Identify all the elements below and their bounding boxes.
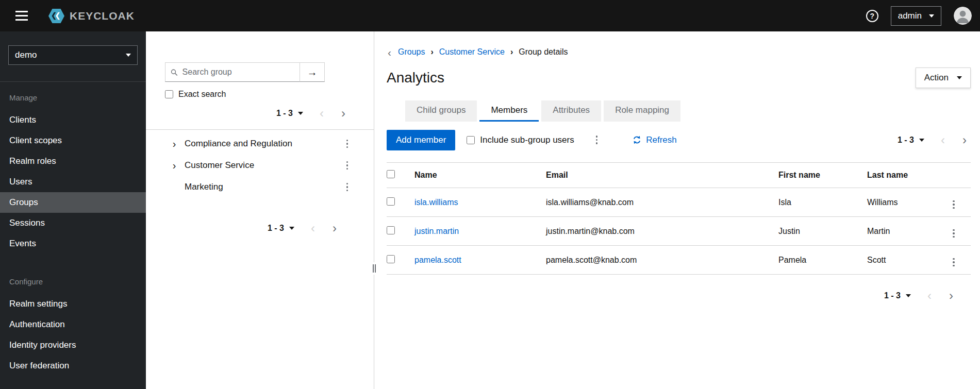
action-label: Action bbox=[924, 73, 949, 83]
hamburger-icon[interactable] bbox=[13, 9, 30, 23]
member-email: justin.martin@knab.com bbox=[546, 217, 778, 246]
sidebar-item-user-federation[interactable]: User federation bbox=[0, 356, 146, 376]
pagination-range: 1 - 3 bbox=[276, 109, 293, 118]
add-member-button[interactable]: Add member bbox=[387, 130, 455, 150]
kebab-icon[interactable] bbox=[950, 228, 958, 239]
collapse-panel-icon[interactable]: ‹ bbox=[387, 47, 392, 58]
group-name[interactable]: Marketing bbox=[185, 182, 223, 192]
group-name[interactable]: Customer Service bbox=[185, 160, 254, 171]
tree-item-marketing[interactable]: Marketing bbox=[146, 176, 374, 198]
row-checkbox[interactable] bbox=[387, 255, 395, 263]
keycloak-logo-icon bbox=[48, 9, 64, 23]
breadcrumb-groups[interactable]: Groups bbox=[398, 47, 425, 57]
include-subgroups-checkbox[interactable] bbox=[467, 136, 475, 144]
realm-selector[interactable]: demo bbox=[8, 45, 138, 65]
members-pagination-bottom: 1 - 3 ‹ › bbox=[387, 290, 953, 301]
member-first-name: Pamela bbox=[778, 246, 867, 275]
tab-attributes[interactable]: Attributes bbox=[541, 100, 601, 122]
sidebar-item-realm-roles[interactable]: Realm roles bbox=[0, 151, 146, 172]
sidebar-item-realm-settings[interactable]: Realm settings bbox=[0, 294, 146, 314]
member-first-name: Justin bbox=[778, 217, 867, 246]
group-search bbox=[165, 62, 300, 82]
tab-members[interactable]: Members bbox=[479, 100, 539, 122]
user-menu-button[interactable]: admin bbox=[891, 6, 941, 26]
tree-item-customer-service[interactable]: › Customer Service bbox=[146, 155, 374, 176]
page-title: Analytics bbox=[387, 70, 444, 86]
kebab-icon[interactable] bbox=[343, 139, 352, 149]
sidebar-item-sessions[interactable]: Sessions bbox=[0, 213, 146, 233]
nav-section-manage: Manage bbox=[0, 82, 146, 110]
chevron-right-icon[interactable]: › bbox=[333, 222, 337, 234]
members-toolbar: Add member Include sub-group users Refre… bbox=[387, 129, 971, 151]
include-subgroups-option: Include sub-group users bbox=[467, 135, 574, 145]
caret-down-icon[interactable] bbox=[298, 112, 303, 115]
exact-search-option: Exact search bbox=[165, 89, 355, 99]
tree-pagination-top: 1 - 3 ‹ › bbox=[146, 108, 345, 119]
sidebar-item-events[interactable]: Events bbox=[0, 233, 146, 254]
sidebar-item-authentication[interactable]: Authentication bbox=[0, 314, 146, 335]
groups-tree: › Compliance and Regulation › Customer S… bbox=[146, 133, 374, 198]
chevron-right-icon: › bbox=[430, 48, 433, 56]
caret-down-icon bbox=[126, 54, 131, 57]
column-header-name[interactable]: Name bbox=[414, 163, 546, 188]
breadcrumb-current: Group details bbox=[519, 47, 568, 57]
row-checkbox[interactable] bbox=[387, 226, 395, 234]
groups-tree-panel: → Exact search 1 - 3 ‹ › › Compliance an… bbox=[146, 31, 374, 389]
column-header-email[interactable]: Email bbox=[546, 163, 778, 188]
chevron-left-icon: ‹ bbox=[311, 222, 315, 234]
user-name: admin bbox=[898, 11, 922, 21]
member-email: pamela.scott@knab.com bbox=[546, 246, 778, 275]
sidebar-item-groups[interactable]: Groups bbox=[0, 192, 146, 213]
chevron-right-icon[interactable]: › bbox=[962, 134, 967, 146]
member-username-link[interactable]: isla.williams bbox=[414, 198, 458, 207]
tree-item-compliance-and-regulation[interactable]: › Compliance and Regulation bbox=[146, 133, 374, 155]
pagination-range: 1 - 3 bbox=[898, 136, 914, 145]
masthead: KEYCLOAK ? admin bbox=[0, 0, 980, 31]
angle-right-icon[interactable]: › bbox=[171, 139, 178, 149]
help-icon[interactable]: ? bbox=[866, 10, 878, 22]
sidebar-item-client-scopes[interactable]: Client scopes bbox=[0, 130, 146, 151]
kebab-icon[interactable] bbox=[950, 257, 958, 268]
search-submit-button[interactable]: → bbox=[300, 62, 325, 82]
chevron-left-icon: ‹ bbox=[320, 107, 324, 120]
caret-down-icon[interactable] bbox=[906, 294, 911, 297]
column-header-first-name[interactable]: First name bbox=[778, 163, 867, 188]
tree-divider bbox=[146, 129, 374, 130]
realm-name: demo bbox=[15, 50, 37, 60]
search-group-input[interactable] bbox=[182, 67, 294, 77]
drag-handle-icon[interactable] bbox=[371, 262, 377, 275]
avatar-icon[interactable] bbox=[954, 7, 972, 25]
column-header-last-name[interactable]: Last name bbox=[867, 163, 943, 188]
tab-child-groups[interactable]: Child groups bbox=[405, 100, 477, 122]
row-checkbox[interactable] bbox=[387, 197, 395, 206]
chevron-left-icon: ‹ bbox=[927, 290, 932, 302]
kebab-icon[interactable] bbox=[593, 134, 601, 145]
angle-right-icon[interactable]: › bbox=[171, 160, 178, 171]
action-dropdown-button[interactable]: Action bbox=[916, 67, 971, 88]
group-name[interactable]: Compliance and Regulation bbox=[185, 139, 292, 149]
exact-search-checkbox[interactable] bbox=[165, 90, 173, 98]
chevron-right-icon[interactable]: › bbox=[949, 290, 953, 302]
caret-down-icon[interactable] bbox=[919, 139, 924, 142]
refresh-button[interactable]: Refresh bbox=[633, 135, 677, 145]
avatar-image bbox=[954, 7, 972, 25]
caret-down-icon bbox=[929, 14, 934, 18]
tab-role-mapping[interactable]: Role mapping bbox=[604, 100, 680, 122]
chevron-right-icon[interactable]: › bbox=[341, 107, 345, 120]
caret-down-icon[interactable] bbox=[289, 227, 294, 230]
member-username-link[interactable]: pamela.scott bbox=[414, 256, 461, 264]
column-header-actions bbox=[943, 163, 971, 188]
kebab-icon[interactable] bbox=[343, 160, 352, 171]
sidebar-item-identity-providers[interactable]: Identity providers bbox=[0, 335, 146, 356]
sidebar-item-users[interactable]: Users bbox=[0, 172, 146, 192]
member-username-link[interactable]: justin.martin bbox=[414, 227, 459, 235]
kebab-icon[interactable] bbox=[343, 182, 352, 193]
select-all-checkbox[interactable] bbox=[387, 170, 395, 178]
tree-pagination-bottom: 1 - 3 ‹ › bbox=[146, 223, 337, 234]
sidebar-item-clients[interactable]: Clients bbox=[0, 110, 146, 130]
panel-splitter[interactable] bbox=[374, 31, 374, 389]
breadcrumb-customer-service[interactable]: Customer Service bbox=[439, 47, 505, 57]
table-row: pamela.scott pamela.scott@knab.com Pamel… bbox=[387, 246, 971, 275]
kebab-icon[interactable] bbox=[950, 199, 958, 210]
keycloak-logo[interactable]: KEYCLOAK bbox=[48, 9, 135, 23]
